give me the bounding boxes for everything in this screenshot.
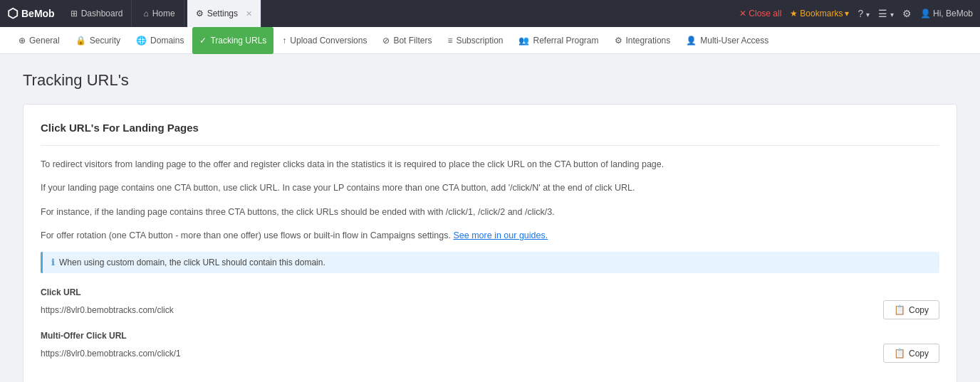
notifications-button[interactable]: ☰ ▾ bbox=[878, 8, 894, 19]
copy-click-url-label: Copy bbox=[909, 305, 929, 315]
description-line2: If your landing page contains one CTA bu… bbox=[41, 181, 939, 196]
tab-settings-icon: ⚙ bbox=[196, 9, 204, 18]
copy-multi-offer-url-button[interactable]: 📋 Copy bbox=[883, 344, 939, 363]
tab-dashboard[interactable]: ⊞ Dashboard bbox=[62, 0, 132, 27]
info-text: When using custom domain, the click URL … bbox=[59, 258, 325, 267]
close-all-label: Close all bbox=[749, 9, 781, 18]
nav-item-security[interactable]: 🔒 Security bbox=[68, 27, 127, 54]
copy-click-url-button[interactable]: 📋 Copy bbox=[883, 300, 939, 319]
tab-settings-close-icon[interactable]: ✕ bbox=[246, 9, 252, 18]
logo-text: BeMob bbox=[21, 8, 55, 19]
top-bar: ⬡ BeMob ⊞ Dashboard ⌂ Home ⚙ Settings ✕ … bbox=[0, 0, 980, 27]
info-icon: ℹ bbox=[51, 258, 55, 267]
nav-domains-label: Domains bbox=[150, 36, 184, 46]
logo-icon: ⬡ bbox=[7, 6, 19, 21]
nav-integrations-label: Integrations bbox=[626, 36, 671, 46]
user-icon: 👤 bbox=[920, 9, 931, 18]
top-bar-left: ⬡ BeMob ⊞ Dashboard ⌂ Home ⚙ Settings ✕ bbox=[7, 0, 261, 27]
bot-filters-icon: ⊘ bbox=[382, 36, 390, 46]
nav-item-domains[interactable]: 🌐 Domains bbox=[129, 27, 191, 54]
user-menu-button[interactable]: 👤 Hi, BeMob bbox=[920, 9, 973, 18]
help-icon: ? bbox=[858, 8, 863, 19]
secondary-nav: ⊕ General 🔒 Security 🌐 Domains ✓ Trackin… bbox=[0, 27, 980, 54]
bookmarks-label: Bookmarks bbox=[800, 9, 843, 18]
click-url-row: Click URL https://8vlr0.bemobtracks.com/… bbox=[41, 287, 939, 319]
gear-button[interactable]: ⚙ bbox=[902, 8, 912, 19]
multi-offer-url-row: Multi-Offer Click URL https://8vlr0.bemo… bbox=[41, 331, 939, 363]
referral-icon: 👥 bbox=[518, 36, 529, 46]
bookmarks-button[interactable]: ★ Bookmarks ▾ bbox=[790, 9, 849, 18]
multi-offer-url-value-row: https://8vlr0.bemobtracks.com/click/1 📋 … bbox=[41, 344, 939, 363]
description-line1: To redirect visitors from landing page t… bbox=[41, 157, 939, 172]
section-divider bbox=[41, 145, 939, 146]
tab-home-icon: ⌂ bbox=[143, 9, 148, 18]
multi-offer-url-label: Multi-Offer Click URL bbox=[41, 331, 939, 341]
nav-item-multi-user-access[interactable]: 👤 Multi-User Access bbox=[679, 27, 776, 54]
user-label: Hi, BeMob bbox=[933, 9, 973, 18]
close-all-button[interactable]: ✕ Close all bbox=[739, 9, 781, 18]
domains-icon: 🌐 bbox=[136, 36, 147, 46]
copy-icon: 📋 bbox=[894, 304, 905, 315]
see-more-link[interactable]: See more in our guides. bbox=[453, 230, 548, 240]
logo[interactable]: ⬡ BeMob bbox=[7, 6, 55, 21]
nav-item-referral-program[interactable]: 👥 Referral Program bbox=[511, 27, 605, 54]
general-icon: ⊕ bbox=[19, 36, 26, 46]
nav-subscription-label: Subscription bbox=[456, 36, 503, 46]
chevron-down-icon: ▾ bbox=[845, 9, 849, 18]
nav-item-general[interactable]: ⊕ General bbox=[11, 27, 67, 54]
description-line3: For instance, if the landing page contai… bbox=[41, 205, 939, 220]
click-url-value-row: https://8vlr0.bemobtracks.com/click 📋 Co… bbox=[41, 300, 939, 319]
tab-dashboard-label: Dashboard bbox=[81, 9, 123, 18]
close-all-icon: ✕ bbox=[739, 9, 746, 18]
nav-general-label: General bbox=[29, 36, 60, 46]
click-url-value: https://8vlr0.bemobtracks.com/click bbox=[41, 305, 875, 315]
subscription-icon: ≡ bbox=[447, 36, 452, 46]
integrations-icon: ⚙ bbox=[615, 36, 622, 46]
nav-item-bot-filters[interactable]: ⊘ Bot Filters bbox=[375, 27, 439, 54]
nav-multi-user-label: Multi-User Access bbox=[700, 36, 768, 46]
tab-home-label: Home bbox=[152, 9, 175, 18]
info-box: ℹ When using custom domain, the click UR… bbox=[41, 252, 939, 273]
multi-user-icon: 👤 bbox=[686, 36, 697, 46]
copy-multi-offer-label: Copy bbox=[909, 349, 929, 359]
tracking-urls-card: Click URL's For Landing Pages To redirec… bbox=[23, 104, 957, 382]
nav-security-label: Security bbox=[90, 36, 120, 46]
tab-settings-label: Settings bbox=[207, 9, 238, 18]
security-icon: 🔒 bbox=[75, 36, 86, 46]
section-title: Click URL's For Landing Pages bbox=[41, 122, 939, 134]
page-content: Tracking URL's Click URL's For Landing P… bbox=[0, 54, 980, 382]
tracking-urls-icon: ✓ bbox=[199, 36, 207, 46]
star-icon: ★ bbox=[790, 9, 798, 18]
nav-item-integrations[interactable]: ⚙ Integrations bbox=[608, 27, 678, 54]
nav-referral-label: Referral Program bbox=[533, 36, 598, 46]
upload-conversions-icon: ↑ bbox=[282, 36, 286, 46]
multi-offer-url-value: https://8vlr0.bemobtracks.com/click/1 bbox=[41, 349, 875, 359]
tab-home[interactable]: ⌂ Home bbox=[135, 0, 184, 27]
nav-item-subscription[interactable]: ≡ Subscription bbox=[440, 27, 510, 54]
nav-item-upload-conversions[interactable]: ↑ Upload Conversions bbox=[275, 27, 374, 54]
copy-multi-offer-icon: 📋 bbox=[894, 348, 905, 359]
help-button[interactable]: ? ▾ bbox=[858, 8, 870, 19]
tab-dashboard-icon: ⊞ bbox=[71, 9, 78, 18]
nav-tracking-urls-label: Tracking URLs bbox=[210, 36, 266, 46]
page-title: Tracking URL's bbox=[23, 71, 957, 90]
nav-item-tracking-urls[interactable]: ✓ Tracking URLs bbox=[192, 27, 273, 54]
top-bar-right: ✕ Close all ★ Bookmarks ▾ ? ▾ ☰ ▾ ⚙ 👤 Hi… bbox=[739, 8, 973, 19]
rotation-text: For offer rotation (one CTA button - mor… bbox=[41, 228, 939, 243]
nav-upload-conversions-label: Upload Conversions bbox=[290, 36, 367, 46]
menu-icon: ☰ bbox=[878, 8, 887, 19]
nav-bot-filters-label: Bot Filters bbox=[393, 36, 432, 46]
gear-icon: ⚙ bbox=[902, 8, 912, 19]
notif-chevron-icon: ▾ bbox=[890, 11, 894, 18]
help-chevron-icon: ▾ bbox=[866, 11, 870, 18]
click-url-label: Click URL bbox=[41, 287, 939, 297]
tab-settings[interactable]: ⚙ Settings ✕ bbox=[187, 0, 261, 27]
